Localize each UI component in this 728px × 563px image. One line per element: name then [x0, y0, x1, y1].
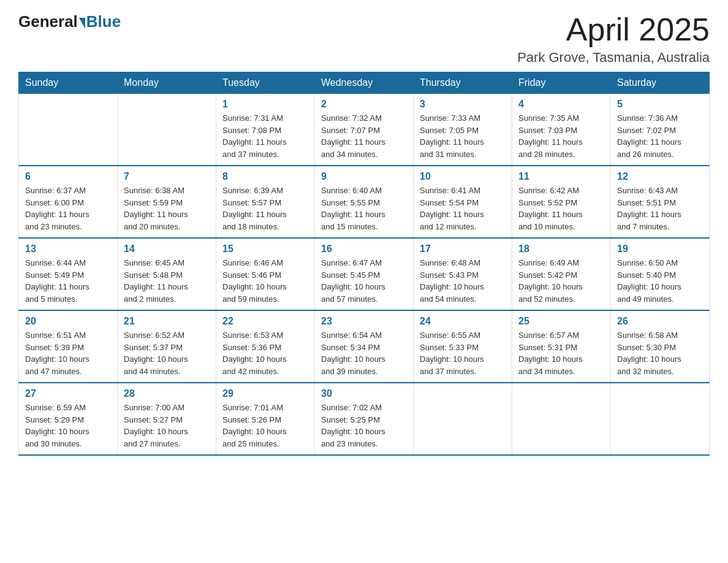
day-info: Sunrise: 7:01 AMSunset: 5:26 PMDaylight:… [222, 402, 308, 450]
day-number: 28 [124, 388, 210, 399]
day-number: 21 [124, 316, 210, 327]
calendar-cell: 2Sunrise: 7:32 AMSunset: 7:07 PMDaylight… [315, 94, 414, 166]
calendar-cell: 4Sunrise: 7:35 AMSunset: 7:03 PMDaylight… [512, 94, 611, 166]
day-number: 7 [124, 171, 210, 182]
calendar-cell: 18Sunrise: 6:49 AMSunset: 5:42 PMDayligh… [512, 238, 611, 310]
weekday-header-thursday: Thursday [414, 72, 512, 94]
day-number: 25 [518, 316, 604, 327]
day-number: 5 [617, 99, 703, 110]
calendar-cell [512, 383, 611, 455]
day-number: 3 [420, 99, 506, 110]
weekday-header-row: SundayMondayTuesdayWednesdayThursdayFrid… [19, 72, 710, 94]
day-info: Sunrise: 6:39 AMSunset: 5:57 PMDaylight:… [222, 185, 308, 232]
calendar-cell: 28Sunrise: 7:00 AMSunset: 5:27 PMDayligh… [118, 383, 216, 455]
month-title: April 2025 [517, 12, 710, 47]
day-number: 20 [25, 316, 111, 327]
day-number: 6 [25, 171, 111, 182]
day-number: 4 [518, 99, 604, 110]
day-info: Sunrise: 6:47 AMSunset: 5:45 PMDaylight:… [321, 257, 407, 305]
calendar-cell: 21Sunrise: 6:52 AMSunset: 5:37 PMDayligh… [118, 310, 216, 383]
day-number: 18 [518, 243, 604, 255]
calendar-week-row: 20Sunrise: 6:51 AMSunset: 5:39 PMDayligh… [19, 310, 710, 383]
day-info: Sunrise: 6:41 AMSunset: 5:54 PMDaylight:… [420, 185, 506, 232]
calendar-cell: 22Sunrise: 6:53 AMSunset: 5:36 PMDayligh… [216, 310, 315, 383]
calendar-cell: 10Sunrise: 6:41 AMSunset: 5:54 PMDayligh… [414, 166, 512, 238]
weekday-header-sunday: Sunday [19, 72, 118, 94]
day-info: Sunrise: 6:59 AMSunset: 5:29 PMDaylight:… [25, 402, 111, 450]
calendar-cell: 1Sunrise: 7:31 AMSunset: 7:08 PMDaylight… [216, 94, 315, 166]
day-info: Sunrise: 6:49 AMSunset: 5:42 PMDaylight:… [518, 257, 604, 305]
calendar-cell: 14Sunrise: 6:45 AMSunset: 5:48 PMDayligh… [118, 238, 216, 310]
calendar-week-row: 13Sunrise: 6:44 AMSunset: 5:49 PMDayligh… [19, 238, 710, 310]
calendar-cell [19, 94, 118, 166]
weekday-header-saturday: Saturday [611, 72, 710, 94]
day-number: 17 [420, 243, 506, 255]
day-number: 15 [222, 243, 308, 255]
page-header: General Blue April 2025 Park Grove, Tasm… [18, 12, 710, 66]
day-info: Sunrise: 6:54 AMSunset: 5:34 PMDaylight:… [321, 329, 407, 377]
day-info: Sunrise: 7:35 AMSunset: 7:03 PMDaylight:… [518, 112, 604, 160]
day-info: Sunrise: 7:36 AMSunset: 7:02 PMDaylight:… [617, 112, 703, 160]
calendar-cell: 17Sunrise: 6:48 AMSunset: 5:43 PMDayligh… [414, 238, 512, 310]
day-info: Sunrise: 6:42 AMSunset: 5:52 PMDaylight:… [518, 185, 604, 232]
calendar-cell: 13Sunrise: 6:44 AMSunset: 5:49 PMDayligh… [19, 238, 118, 310]
calendar-cell: 8Sunrise: 6:39 AMSunset: 5:57 PMDaylight… [216, 166, 315, 238]
day-number: 30 [321, 388, 407, 399]
calendar-cell: 6Sunrise: 6:37 AMSunset: 6:00 PMDaylight… [19, 166, 118, 238]
day-info: Sunrise: 6:44 AMSunset: 5:49 PMDaylight:… [25, 257, 111, 305]
day-info: Sunrise: 6:57 AMSunset: 5:31 PMDaylight:… [518, 329, 604, 377]
calendar-week-row: 6Sunrise: 6:37 AMSunset: 6:00 PMDaylight… [19, 166, 710, 238]
calendar-header: SundayMondayTuesdayWednesdayThursdayFrid… [19, 72, 710, 94]
weekday-header-wednesday: Wednesday [315, 72, 414, 94]
logo: General Blue [18, 12, 121, 31]
calendar-cell: 19Sunrise: 6:50 AMSunset: 5:40 PMDayligh… [611, 238, 710, 310]
calendar-cell: 24Sunrise: 6:55 AMSunset: 5:33 PMDayligh… [414, 310, 512, 383]
calendar-cell: 5Sunrise: 7:36 AMSunset: 7:02 PMDaylight… [611, 94, 710, 166]
day-number: 14 [124, 243, 210, 255]
day-info: Sunrise: 6:40 AMSunset: 5:55 PMDaylight:… [321, 185, 407, 232]
day-info: Sunrise: 6:43 AMSunset: 5:51 PMDaylight:… [617, 185, 703, 232]
calendar-cell: 29Sunrise: 7:01 AMSunset: 5:26 PMDayligh… [216, 383, 315, 455]
calendar-cell: 16Sunrise: 6:47 AMSunset: 5:45 PMDayligh… [315, 238, 414, 310]
day-number: 1 [222, 99, 308, 110]
day-info: Sunrise: 6:55 AMSunset: 5:33 PMDaylight:… [420, 329, 506, 377]
calendar-cell [414, 383, 512, 455]
day-number: 8 [222, 171, 308, 182]
day-number: 29 [222, 388, 308, 399]
location-title: Park Grove, Tasmania, Australia [517, 50, 710, 66]
day-number: 16 [321, 243, 407, 255]
calendar-cell: 20Sunrise: 6:51 AMSunset: 5:39 PMDayligh… [19, 310, 118, 383]
title-block: April 2025 Park Grove, Tasmania, Austral… [517, 12, 710, 66]
calendar-cell: 26Sunrise: 6:58 AMSunset: 5:30 PMDayligh… [611, 310, 710, 383]
day-info: Sunrise: 7:33 AMSunset: 7:05 PMDaylight:… [420, 112, 506, 160]
logo-general-text: General [18, 12, 78, 31]
day-info: Sunrise: 6:51 AMSunset: 5:39 PMDaylight:… [25, 329, 111, 377]
day-number: 10 [420, 171, 506, 182]
day-number: 9 [321, 171, 407, 182]
calendar-cell: 30Sunrise: 7:02 AMSunset: 5:25 PMDayligh… [315, 383, 414, 455]
day-info: Sunrise: 7:32 AMSunset: 7:07 PMDaylight:… [321, 112, 407, 160]
calendar-table: SundayMondayTuesdayWednesdayThursdayFrid… [18, 72, 710, 456]
calendar-body: 1Sunrise: 7:31 AMSunset: 7:08 PMDaylight… [19, 94, 710, 456]
day-info: Sunrise: 7:00 AMSunset: 5:27 PMDaylight:… [124, 402, 210, 450]
logo-blue-text: Blue [86, 12, 121, 31]
calendar-cell: 27Sunrise: 6:59 AMSunset: 5:29 PMDayligh… [19, 383, 118, 455]
day-number: 11 [518, 171, 604, 182]
weekday-header-tuesday: Tuesday [216, 72, 315, 94]
day-info: Sunrise: 6:48 AMSunset: 5:43 PMDaylight:… [420, 257, 506, 305]
weekday-header-monday: Monday [118, 72, 216, 94]
calendar-cell: 9Sunrise: 6:40 AMSunset: 5:55 PMDaylight… [315, 166, 414, 238]
day-number: 26 [617, 316, 703, 327]
calendar-cell: 3Sunrise: 7:33 AMSunset: 7:05 PMDaylight… [414, 94, 512, 166]
day-number: 27 [25, 388, 111, 399]
calendar-cell: 12Sunrise: 6:43 AMSunset: 5:51 PMDayligh… [611, 166, 710, 238]
calendar-cell: 15Sunrise: 6:46 AMSunset: 5:46 PMDayligh… [216, 238, 315, 310]
logo-arrow-icon [79, 18, 85, 29]
calendar-cell: 7Sunrise: 6:38 AMSunset: 5:59 PMDaylight… [118, 166, 216, 238]
day-number: 2 [321, 99, 407, 110]
day-number: 19 [617, 243, 703, 255]
day-info: Sunrise: 6:52 AMSunset: 5:37 PMDaylight:… [124, 329, 210, 377]
day-number: 22 [222, 316, 308, 327]
day-info: Sunrise: 6:58 AMSunset: 5:30 PMDaylight:… [617, 329, 703, 377]
day-info: Sunrise: 7:31 AMSunset: 7:08 PMDaylight:… [222, 112, 308, 160]
